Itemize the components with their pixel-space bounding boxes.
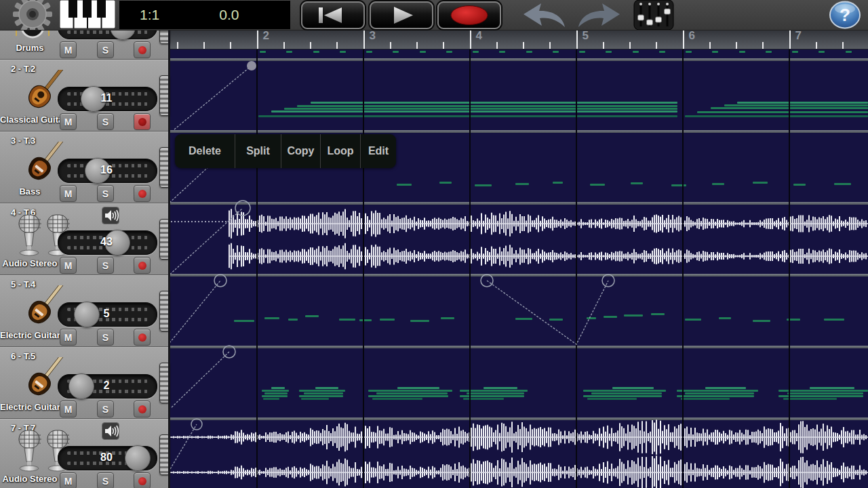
track-header-audio-stereo[interactable]: 4 - T.6 [0, 203, 170, 275]
speaker-icon[interactable] [102, 207, 119, 224]
midi-note [234, 320, 254, 322]
midi-note [467, 392, 524, 394]
track-header-electric-guitar[interactable]: 6 - T.5 2MSElectric Guitar [0, 347, 170, 419]
record-arm-button[interactable] [134, 401, 151, 418]
midi-note [305, 315, 319, 317]
solo-button[interactable]: S [97, 257, 114, 274]
measure-grid-line [469, 41, 471, 488]
midi-note [685, 392, 754, 394]
solo-button[interactable]: S [97, 185, 114, 202]
ruler-tick [283, 42, 285, 49]
midi-note [712, 183, 724, 185]
volume-slider-knob[interactable] [125, 445, 151, 471]
mute-button[interactable]: M [60, 401, 77, 418]
skip-bar [319, 7, 323, 23]
play-button[interactable] [370, 1, 433, 29]
volume-slider-knob[interactable] [68, 373, 94, 399]
record-arm-button[interactable] [134, 41, 151, 58]
midi-note [515, 183, 529, 185]
midi-note [612, 387, 654, 389]
midi-note [579, 51, 585, 53]
midi-note [753, 320, 770, 322]
midi-note [737, 102, 868, 104]
skip-to-start-button[interactable] [301, 1, 365, 29]
track-row-separator [170, 58, 868, 61]
menu-item-copy[interactable]: Copy [281, 134, 320, 168]
record-arm-button[interactable] [134, 113, 151, 130]
speaker-button[interactable] [102, 207, 119, 224]
instrument-piano-icon[interactable] [60, 0, 115, 28]
ruler-measure-line [257, 30, 258, 49]
track-header-audio-stereo[interactable]: 7 - T.7 [0, 419, 170, 488]
track-name-label: Audio Stereo [0, 258, 60, 268]
mixer-button[interactable] [633, 0, 674, 33]
midi-note [587, 317, 596, 319]
record-arm-button[interactable] [134, 257, 151, 274]
mute-button[interactable]: M [60, 113, 77, 130]
midi-note [705, 387, 746, 389]
toolbar: 1:1 0.0 [0, 0, 868, 30]
track-list-panel: MSDrums2 - T.2 11MSClassical Guitar3 - T… [0, 0, 170, 488]
ruler-tick [709, 42, 711, 49]
play-triangle-icon [394, 7, 413, 24]
undo-button[interactable] [517, 2, 570, 32]
mute-button[interactable]: M [60, 329, 77, 346]
track-header-electric-guitar[interactable]: 5 - T.4 5MSElectric Guitar [0, 275, 170, 347]
midi-note [810, 387, 854, 389]
mixer-faders-icon [633, 0, 674, 30]
redo-button[interactable] [574, 2, 627, 32]
ruler-tick [230, 42, 231, 49]
solo-button[interactable]: S [97, 329, 114, 346]
record-arm-button[interactable] [134, 329, 151, 346]
menu-item-edit[interactable]: Edit [360, 134, 396, 168]
track-row-separator [170, 346, 868, 348]
ruler-tick [629, 42, 631, 49]
midi-note [499, 51, 505, 53]
midi-note [299, 390, 345, 392]
ruler-tick [310, 42, 311, 49]
ruler-tick [496, 42, 498, 49]
solo-button[interactable]: S [97, 401, 114, 418]
solo-button[interactable]: S [97, 472, 114, 488]
ruler-measure-line [576, 30, 578, 49]
solo-button[interactable]: S [97, 113, 114, 130]
record-arm-dot [138, 262, 146, 270]
mute-button[interactable]: M [60, 257, 77, 274]
speaker-icon[interactable] [102, 422, 119, 440]
ruler-measure-line [789, 30, 791, 49]
menu-item-split[interactable]: Split [235, 134, 281, 168]
midi-note [264, 317, 279, 319]
midi-note [724, 104, 868, 106]
midi-note [792, 51, 798, 53]
ruler-tick [656, 42, 657, 49]
menu-item-delete[interactable]: Delete [175, 134, 235, 168]
mute-button[interactable]: M [60, 185, 77, 202]
ruler-tick [390, 42, 391, 49]
midi-note [263, 398, 279, 400]
midi-note [262, 390, 289, 392]
track-header-classical-guitar[interactable]: 2 - T.2 11MSClassical Guitar [0, 60, 170, 131]
record-arm-dot [138, 118, 146, 126]
settings-gear-icon[interactable] [4, 0, 58, 30]
ruler-measure-line [683, 30, 684, 49]
record-arm-button[interactable] [134, 185, 151, 202]
track-row-separator [170, 202, 868, 205]
record-button[interactable] [437, 1, 501, 29]
volume-slider-knob[interactable] [74, 302, 100, 327]
record-arm-button[interactable] [134, 472, 151, 488]
midi-note [339, 319, 355, 321]
midi-note [766, 51, 772, 53]
midi-note [778, 390, 868, 392]
menu-item-loop[interactable]: Loop [320, 134, 360, 168]
undo-arrow-icon [517, 2, 570, 29]
speaker-button[interactable] [102, 422, 119, 440]
midi-note [366, 51, 372, 53]
midi-note [526, 51, 532, 53]
midi-note [264, 392, 288, 394]
mute-button[interactable]: M [60, 472, 77, 488]
help-button[interactable]: ? [829, 1, 861, 32]
track-header-bass[interactable]: 3 - T.3 16MSBass [0, 131, 170, 203]
mute-button[interactable]: M [60, 41, 77, 58]
solo-button[interactable]: S [97, 41, 114, 58]
midi-note [304, 392, 343, 394]
